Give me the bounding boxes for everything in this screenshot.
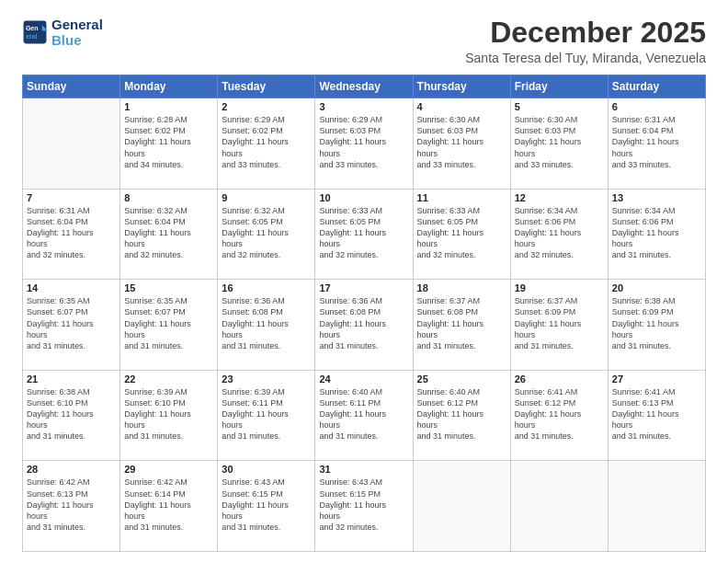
calendar-day-cell: 22Sunrise: 6:39 AMSunset: 6:10 PMDayligh… [120,370,218,461]
day-info: Sunrise: 6:40 AMSunset: 6:11 PMDaylight:… [319,386,408,442]
day-info: Sunrise: 6:40 AMSunset: 6:12 PMDaylight:… [417,386,506,442]
calendar-day-cell [510,461,608,552]
day-number: 2 [222,101,311,112]
calendar-table: SundayMondayTuesdayWednesdayThursdayFrid… [22,75,706,552]
calendar-day-cell: 20Sunrise: 6:38 AMSunset: 6:09 PMDayligh… [608,280,705,371]
day-info: Sunrise: 6:36 AMSunset: 6:08 PMDaylight:… [222,295,311,351]
calendar-day-cell: 25Sunrise: 6:40 AMSunset: 6:12 PMDayligh… [413,370,510,461]
calendar-day-cell: 26Sunrise: 6:41 AMSunset: 6:12 PMDayligh… [510,370,608,461]
day-info: Sunrise: 6:30 AMSunset: 6:03 PMDaylight:… [515,114,604,170]
day-number: 6 [612,101,701,112]
day-info: Sunrise: 6:34 AMSunset: 6:06 PMDaylight:… [515,205,604,261]
calendar-day-cell: 3Sunrise: 6:29 AMSunset: 6:03 PMDaylight… [315,98,413,190]
day-number: 29 [124,464,213,475]
day-number: 24 [319,373,408,385]
calendar-week-row: 1Sunrise: 6:28 AMSunset: 6:02 PMDaylight… [23,98,706,190]
calendar-day-cell: 11Sunrise: 6:33 AMSunset: 6:05 PMDayligh… [413,189,510,280]
calendar-day-cell: 5Sunrise: 6:30 AMSunset: 6:03 PMDaylight… [510,98,608,190]
calendar-day-cell: 1Sunrise: 6:28 AMSunset: 6:02 PMDaylight… [120,98,218,190]
header: Gen eral General Blue December 2025 Sant… [22,17,706,65]
day-info: Sunrise: 6:33 AMSunset: 6:05 PMDaylight:… [319,205,408,261]
day-number: 16 [222,282,311,293]
day-number: 11 [417,192,506,203]
day-info: Sunrise: 6:29 AMSunset: 6:03 PMDaylight:… [319,114,408,170]
calendar-header-row: SundayMondayTuesdayWednesdayThursdayFrid… [23,75,706,98]
day-number: 18 [417,282,506,293]
day-info: Sunrise: 6:39 AMSunset: 6:10 PMDaylight:… [124,386,213,442]
day-info: Sunrise: 6:37 AMSunset: 6:09 PMDaylight:… [515,295,604,351]
calendar-week-row: 7Sunrise: 6:31 AMSunset: 6:04 PMDaylight… [23,189,706,280]
calendar-day-cell: 4Sunrise: 6:30 AMSunset: 6:03 PMDaylight… [413,98,510,190]
calendar-day-cell: 21Sunrise: 6:38 AMSunset: 6:10 PMDayligh… [23,370,120,461]
day-info: Sunrise: 6:32 AMSunset: 6:04 PMDaylight:… [124,205,213,261]
day-number: 3 [319,101,408,112]
calendar-day-cell: 18Sunrise: 6:37 AMSunset: 6:08 PMDayligh… [413,280,510,371]
calendar-day-cell: 31Sunrise: 6:43 AMSunset: 6:15 PMDayligh… [315,461,413,552]
day-number: 22 [124,373,213,385]
day-info: Sunrise: 6:41 AMSunset: 6:13 PMDaylight:… [612,386,701,442]
day-number: 1 [124,101,213,112]
day-info: Sunrise: 6:41 AMSunset: 6:12 PMDaylight:… [515,386,604,442]
day-info: Sunrise: 6:34 AMSunset: 6:06 PMDaylight:… [612,205,701,261]
calendar-day-cell: 29Sunrise: 6:42 AMSunset: 6:14 PMDayligh… [120,461,218,552]
logo-line1: General [51,17,103,32]
day-number: 31 [319,464,408,475]
day-info: Sunrise: 6:42 AMSunset: 6:14 PMDaylight:… [124,477,213,533]
day-info: Sunrise: 6:32 AMSunset: 6:05 PMDaylight:… [222,205,311,261]
calendar-header-cell: Friday [510,75,608,98]
day-number: 10 [319,192,408,203]
day-info: Sunrise: 6:33 AMSunset: 6:05 PMDaylight:… [417,205,506,261]
calendar-day-cell: 24Sunrise: 6:40 AMSunset: 6:11 PMDayligh… [315,370,413,461]
day-number: 8 [124,192,213,203]
calendar-day-cell: 27Sunrise: 6:41 AMSunset: 6:13 PMDayligh… [608,370,705,461]
calendar-day-cell [413,461,510,552]
day-number: 5 [515,101,604,112]
calendar-day-cell [23,98,120,190]
calendar-week-row: 28Sunrise: 6:42 AMSunset: 6:13 PMDayligh… [23,461,706,552]
day-number: 26 [515,373,604,385]
day-info: Sunrise: 6:31 AMSunset: 6:04 PMDaylight:… [612,114,701,170]
day-number: 20 [612,282,701,293]
day-number: 25 [417,373,506,385]
day-info: Sunrise: 6:42 AMSunset: 6:13 PMDaylight:… [27,477,116,533]
svg-rect-0 [24,21,47,44]
calendar-day-cell [608,461,705,552]
calendar-day-cell: 12Sunrise: 6:34 AMSunset: 6:06 PMDayligh… [510,189,608,280]
calendar-day-cell: 6Sunrise: 6:31 AMSunset: 6:04 PMDaylight… [608,98,705,190]
day-info: Sunrise: 6:35 AMSunset: 6:07 PMDaylight:… [27,295,116,351]
day-number: 9 [222,192,311,203]
day-number: 23 [222,373,311,385]
day-number: 7 [27,192,116,203]
calendar-week-row: 21Sunrise: 6:38 AMSunset: 6:10 PMDayligh… [23,370,706,461]
calendar-header-cell: Wednesday [315,75,413,98]
logo-text: General Blue [51,17,103,49]
day-number: 30 [222,464,311,475]
day-info: Sunrise: 6:43 AMSunset: 6:15 PMDaylight:… [222,477,311,533]
day-number: 27 [612,373,701,385]
page: Gen eral General Blue December 2025 Sant… [0,0,728,563]
day-number: 21 [27,373,116,385]
calendar-day-cell: 9Sunrise: 6:32 AMSunset: 6:05 PMDaylight… [218,189,315,280]
day-number: 4 [417,101,506,112]
logo-line2: Blue [51,32,82,48]
calendar-day-cell: 30Sunrise: 6:43 AMSunset: 6:15 PMDayligh… [218,461,315,552]
day-info: Sunrise: 6:38 AMSunset: 6:10 PMDaylight:… [27,386,116,442]
calendar-day-cell: 14Sunrise: 6:35 AMSunset: 6:07 PMDayligh… [23,280,120,371]
logo: Gen eral General Blue [22,17,103,49]
calendar-header-cell: Saturday [608,75,705,98]
day-number: 15 [124,282,213,293]
logo-icon: Gen eral [22,19,48,45]
day-number: 14 [27,282,116,293]
svg-text:Gen: Gen [26,26,39,32]
day-info: Sunrise: 6:37 AMSunset: 6:08 PMDaylight:… [417,295,506,351]
calendar-day-cell: 2Sunrise: 6:29 AMSunset: 6:02 PMDaylight… [218,98,315,190]
calendar-week-row: 14Sunrise: 6:35 AMSunset: 6:07 PMDayligh… [23,280,706,371]
calendar-day-cell: 10Sunrise: 6:33 AMSunset: 6:05 PMDayligh… [315,189,413,280]
day-number: 13 [612,192,701,203]
day-info: Sunrise: 6:28 AMSunset: 6:02 PMDaylight:… [124,114,213,170]
day-info: Sunrise: 6:36 AMSunset: 6:08 PMDaylight:… [319,295,408,351]
calendar-header-cell: Thursday [413,75,510,98]
calendar-day-cell: 13Sunrise: 6:34 AMSunset: 6:06 PMDayligh… [608,189,705,280]
day-info: Sunrise: 6:38 AMSunset: 6:09 PMDaylight:… [612,295,701,351]
calendar-day-cell: 15Sunrise: 6:35 AMSunset: 6:07 PMDayligh… [120,280,218,371]
